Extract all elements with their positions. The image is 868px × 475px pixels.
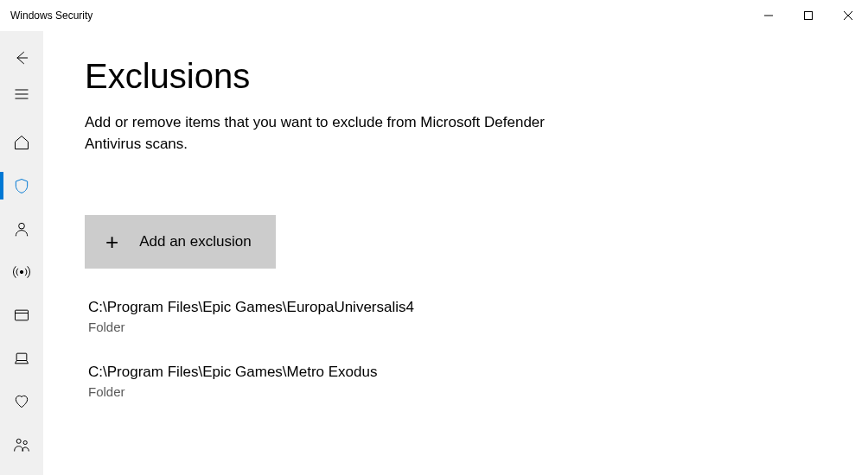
exclusion-type: Folder [88, 320, 868, 334]
exclusion-item[interactable]: C:\Program Files\Epic Games\EuropaUniver… [88, 299, 868, 334]
sidebar-item-app-browser-control[interactable] [0, 294, 43, 337]
window-controls [749, 0, 868, 31]
sidebar-item-account-protection[interactable] [0, 207, 43, 250]
sidebar-item-device-performance[interactable] [0, 380, 43, 423]
sidebar [0, 31, 43, 475]
maximize-button[interactable] [788, 0, 828, 31]
svg-point-9 [20, 270, 22, 273]
exclusion-path: C:\Program Files\Epic Games\Metro Exodus [88, 364, 868, 381]
laptop-icon [13, 350, 30, 367]
sidebar-item-virus-protection[interactable] [0, 164, 43, 207]
svg-rect-12 [16, 353, 27, 360]
svg-point-8 [19, 223, 25, 229]
svg-point-14 [23, 440, 27, 444]
family-icon [13, 436, 30, 453]
sidebar-item-family-options[interactable] [0, 423, 43, 466]
titlebar: Windows Security [0, 0, 868, 31]
person-icon [13, 220, 30, 238]
svg-point-13 [16, 439, 21, 443]
exclusion-item[interactable]: C:\Program Files\Epic Games\Metro Exodus… [88, 364, 868, 399]
add-exclusion-button[interactable]: + Add an exclusion [85, 215, 276, 269]
home-icon [13, 134, 30, 151]
exclusion-type: Folder [88, 384, 868, 399]
minimize-button[interactable] [749, 0, 788, 31]
back-button[interactable] [0, 40, 43, 76]
window-title: Windows Security [10, 10, 93, 22]
page-title: Exclusions [85, 57, 868, 96]
main-content: Exclusions Add or remove items that you … [43, 31, 868, 475]
sidebar-item-firewall[interactable] [0, 250, 43, 294]
broadcast-icon [13, 263, 30, 281]
heart-icon [13, 393, 30, 410]
close-button[interactable] [828, 0, 868, 31]
app-window-icon [13, 307, 30, 324]
shield-icon [13, 177, 30, 194]
exclusion-path: C:\Program Files\Epic Games\EuropaUniver… [88, 299, 868, 316]
svg-rect-1 [805, 12, 813, 20]
sidebar-item-device-security[interactable] [0, 337, 43, 380]
hamburger-icon [13, 86, 30, 103]
add-exclusion-label: Add an exclusion [139, 233, 251, 250]
plus-icon: + [105, 231, 118, 253]
menu-button[interactable] [0, 76, 43, 112]
sidebar-item-home[interactable] [0, 121, 43, 164]
back-icon [13, 49, 30, 66]
page-subtitle: Add or remove items that you want to exc… [85, 111, 603, 155]
svg-rect-10 [16, 310, 29, 320]
